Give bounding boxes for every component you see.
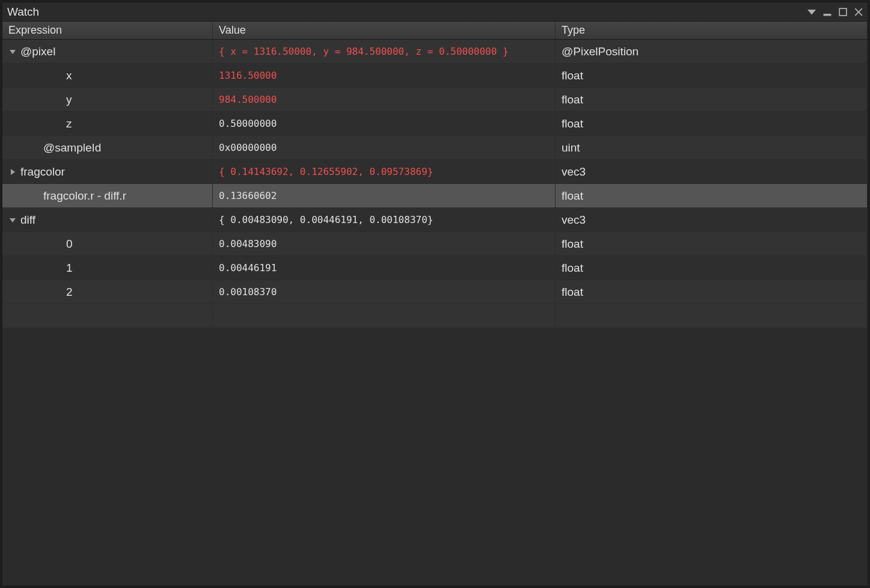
type-text: float	[562, 237, 583, 251]
cell-value[interactable]: { x = 1316.50000, y = 984.500000, z = 0.…	[213, 40, 556, 63]
svg-marker-5	[10, 50, 16, 54]
table-row[interactable]: fragcolor{ 0.14143692, 0.12655902, 0.095…	[2, 160, 868, 184]
panel-title: Watch	[7, 5, 39, 19]
dock-icon[interactable]	[807, 8, 816, 16]
type-text: vec3	[562, 213, 586, 227]
header-expression[interactable]: Expression	[2, 22, 213, 39]
svg-rect-2	[839, 8, 847, 16]
svg-marker-7	[10, 218, 16, 222]
cell-type	[556, 304, 868, 328]
table-row[interactable]: fragcolor.r - diff.r0.13660602float	[2, 184, 868, 208]
table-row[interactable]: x1316.50000float	[2, 64, 868, 88]
expression-text: @pixel	[20, 45, 55, 58]
svg-rect-1	[824, 14, 831, 15]
type-text: float	[562, 117, 583, 130]
cell-type: float	[556, 112, 868, 135]
cell-value[interactable]: 0x00000000	[213, 136, 556, 159]
titlebar[interactable]: Watch	[2, 2, 868, 22]
type-text: float	[562, 69, 583, 82]
svg-marker-0	[808, 10, 815, 14]
expression-text: diff	[20, 213, 35, 227]
cell-expression[interactable]: z	[2, 112, 213, 135]
cell-expression[interactable]: fragcolor.r - diff.r	[2, 184, 213, 207]
table-row[interactable]	[2, 304, 868, 328]
expression-text: 0	[66, 237, 73, 251]
type-text: float	[562, 286, 583, 299]
cell-expression[interactable]: 1	[2, 256, 213, 280]
cell-type: vec3	[556, 160, 868, 183]
cell-value[interactable]	[213, 304, 556, 328]
value-text: 984.500000	[219, 94, 277, 105]
type-text: vec3	[562, 165, 586, 179]
cell-type: float	[556, 232, 868, 256]
expression-text: fragcolor.r - diff.r	[43, 189, 126, 203]
cell-type: vec3	[556, 208, 868, 231]
table-row[interactable]: @sampleId0x00000000uint	[2, 136, 868, 160]
value-text: 0.00108370	[219, 286, 277, 298]
table-row[interactable]: 10.00446191float	[2, 256, 868, 280]
expression-text: 2	[66, 286, 73, 299]
cell-type: float	[556, 88, 868, 111]
cell-value[interactable]: { 0.00483090, 0.00446191, 0.00108370}	[213, 208, 556, 231]
value-text: 0.13660602	[219, 190, 277, 201]
cell-expression[interactable]: @pixel	[2, 40, 213, 63]
type-text: float	[562, 262, 583, 275]
value-text: { 0.00483090, 0.00446191, 0.00108370}	[219, 214, 433, 225]
chevron-right-icon[interactable]	[8, 168, 17, 176]
expression-text: @sampleId	[43, 141, 101, 155]
cell-expression[interactable]	[2, 304, 213, 328]
expression-text: fragcolor	[20, 165, 65, 179]
cell-value[interactable]: 0.00483090	[213, 232, 556, 256]
cell-type: @PixelPosition	[556, 40, 868, 63]
cell-expression[interactable]: y	[2, 88, 213, 111]
value-text: 0x00000000	[219, 142, 277, 153]
cell-type: float	[556, 256, 868, 280]
maximize-icon[interactable]	[839, 8, 847, 16]
cell-value[interactable]: 0.00446191	[213, 256, 556, 280]
value-text: 1316.50000	[219, 70, 277, 81]
table-header: Expression Value Type	[2, 22, 868, 40]
cell-expression[interactable]: 2	[2, 280, 213, 304]
close-icon[interactable]	[854, 8, 863, 16]
table-row[interactable]: 00.00483090float	[2, 232, 868, 256]
cell-expression[interactable]: x	[2, 64, 213, 87]
table-row[interactable]: y984.500000float	[2, 88, 868, 112]
type-text: float	[562, 189, 583, 203]
type-text: @PixelPosition	[562, 45, 639, 58]
header-type[interactable]: Type	[556, 22, 868, 39]
cell-value[interactable]: 0.50000000	[213, 112, 556, 135]
cell-value[interactable]: { 0.14143692, 0.12655902, 0.09573869}	[213, 160, 556, 183]
header-value[interactable]: Value	[213, 22, 556, 39]
table-row[interactable]: z0.50000000float	[2, 112, 868, 136]
type-text: uint	[562, 141, 580, 155]
cell-value[interactable]: 1316.50000	[213, 64, 556, 87]
value-text: 0.00446191	[219, 262, 277, 274]
cell-value[interactable]: 984.500000	[213, 88, 556, 111]
table-row[interactable]: @pixel{ x = 1316.50000, y = 984.500000, …	[2, 40, 868, 64]
window-controls	[807, 8, 863, 16]
cell-type: uint	[556, 136, 868, 159]
table-row[interactable]: 20.00108370float	[2, 280, 868, 304]
cell-type: float	[556, 64, 868, 87]
chevron-down-icon[interactable]	[8, 216, 17, 224]
cell-expression[interactable]: @sampleId	[2, 136, 213, 159]
expression-text: z	[66, 117, 72, 130]
chevron-down-icon[interactable]	[8, 47, 17, 56]
table-body: @pixel{ x = 1316.50000, y = 984.500000, …	[2, 40, 868, 586]
cell-value[interactable]: 0.13660602	[213, 184, 556, 207]
expression-text: 1	[66, 262, 73, 275]
watch-panel: Watch Expression Value Type @pixel{ x = …	[2, 2, 868, 586]
minimize-icon[interactable]	[823, 8, 832, 16]
cell-value[interactable]: 0.00108370	[213, 280, 556, 304]
cell-expression[interactable]: 0	[2, 232, 213, 256]
value-text: 0.00483090	[219, 238, 277, 250]
svg-marker-6	[11, 169, 15, 175]
value-text: { 0.14143692, 0.12655902, 0.09573869}	[219, 166, 433, 177]
cell-expression[interactable]: diff	[2, 208, 213, 231]
cell-type: float	[556, 280, 868, 304]
table-row[interactable]: diff{ 0.00483090, 0.00446191, 0.00108370…	[2, 208, 868, 232]
cell-expression[interactable]: fragcolor	[2, 160, 213, 183]
expression-text: y	[66, 93, 72, 106]
type-text: float	[562, 93, 583, 106]
value-text: { x = 1316.50000, y = 984.500000, z = 0.…	[219, 46, 509, 57]
